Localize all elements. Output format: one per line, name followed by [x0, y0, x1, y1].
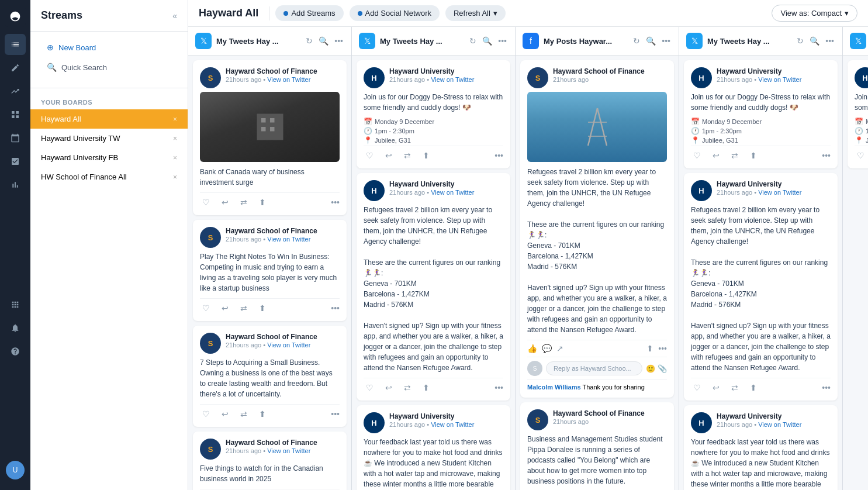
- svg-rect-4: [261, 127, 266, 132]
- retweet-button[interactable]: ⇄: [729, 382, 741, 394]
- more-button[interactable]: •••: [331, 409, 340, 419]
- attach-icon[interactable]: 📎: [658, 364, 667, 373]
- nav-tasks-icon[interactable]: [5, 151, 26, 172]
- refresh-stream-icon[interactable]: ↻: [305, 35, 314, 47]
- search-stream-icon[interactable]: 🔍: [317, 35, 330, 47]
- retweet-button[interactable]: ⇄: [238, 302, 250, 314]
- view-as-button[interactable]: View as: Compact ▾: [772, 5, 857, 22]
- nav-analytics-icon[interactable]: [5, 81, 26, 102]
- retweet-button[interactable]: ⇄: [238, 196, 250, 208]
- upload-button[interactable]: ⬆: [257, 196, 268, 208]
- reply-button[interactable]: ↩: [383, 150, 395, 161]
- more-button[interactable]: •••: [331, 198, 340, 207]
- heart-button[interactable]: ♡: [691, 150, 703, 161]
- view-on-twitter-link[interactable]: View on Twitter: [431, 189, 474, 196]
- heart-button[interactable]: ♡: [200, 302, 212, 314]
- more-stream-icon[interactable]: •••: [660, 35, 672, 47]
- quick-search-btn[interactable]: 🔍 Quick Search: [41, 58, 177, 76]
- heart-button[interactable]: ♡: [364, 382, 376, 394]
- upload-button[interactable]: ⬆: [257, 302, 268, 314]
- more-stream-icon[interactable]: •••: [497, 35, 508, 47]
- view-on-twitter-link[interactable]: View on Twitter: [431, 76, 474, 83]
- nav-help-icon[interactable]: [5, 341, 26, 362]
- more-button[interactable]: •••: [822, 151, 831, 160]
- search-stream-icon[interactable]: 🔍: [645, 35, 657, 47]
- nav-compose-icon[interactable]: [5, 57, 26, 78]
- view-on-twitter-link[interactable]: View on Twitter: [758, 421, 801, 428]
- view-on-twitter-link[interactable]: View on Twitter: [267, 447, 310, 454]
- search-stream-icon[interactable]: 🔍: [481, 35, 493, 47]
- reply-button[interactable]: ↩: [219, 196, 231, 208]
- emoji-icon[interactable]: 🙂: [646, 364, 655, 373]
- brand-icon: [5, 6, 26, 27]
- view-on-twitter-link[interactable]: View on Twitter: [267, 341, 310, 348]
- upload-button[interactable]: ⬆: [420, 150, 432, 161]
- view-on-twitter-link[interactable]: View on Twitter: [758, 76, 801, 83]
- sidebar-item-1[interactable]: Hayward All×: [30, 109, 188, 129]
- nav-apps-icon[interactable]: [5, 294, 26, 315]
- reply-button[interactable]: ↩: [710, 382, 722, 394]
- add-streams-button[interactable]: Add Streams: [275, 5, 343, 21]
- nav-notifications-icon[interactable]: [5, 318, 26, 339]
- share-button[interactable]: ↗: [556, 344, 563, 353]
- close-board-icon[interactable]: ×: [173, 173, 177, 181]
- view-on-twitter-link[interactable]: View on Twitter: [758, 189, 801, 196]
- sidebar-item-2[interactable]: Hayward University TW×: [30, 129, 188, 148]
- refresh-stream-icon[interactable]: ↻: [468, 35, 478, 47]
- reply-button[interactable]: ↩: [219, 408, 231, 420]
- post-avatar: S: [200, 67, 221, 88]
- upload-button[interactable]: ⬆: [748, 382, 759, 394]
- close-board-icon[interactable]: ×: [173, 154, 177, 162]
- nav-streams-icon[interactable]: [5, 34, 26, 55]
- quick-search-label: Quick Search: [61, 63, 107, 72]
- refresh-stream-icon[interactable]: ↻: [632, 35, 641, 47]
- view-on-twitter-link[interactable]: View on Twitter: [431, 421, 474, 428]
- upload-button[interactable]: ⬆: [420, 382, 432, 394]
- upload-button[interactable]: ⬆: [748, 150, 759, 161]
- heart-button[interactable]: ♡: [855, 150, 867, 161]
- search-stream-icon[interactable]: 🔍: [808, 35, 821, 47]
- post-avatar: H: [691, 412, 712, 433]
- save-button[interactable]: ⬆: [646, 344, 653, 353]
- more-button[interactable]: •••: [331, 303, 340, 313]
- sidebar-item-4[interactable]: HW School of Finance All×: [30, 167, 188, 187]
- view-on-twitter-link[interactable]: View on Twitter: [267, 236, 310, 243]
- heart-button[interactable]: ♡: [200, 196, 212, 208]
- more-button[interactable]: •••: [494, 383, 503, 392]
- upload-button[interactable]: ⬆: [257, 408, 268, 420]
- more-button[interactable]: •••: [494, 151, 503, 160]
- nav-calendar-icon[interactable]: [5, 127, 26, 149]
- heart-button[interactable]: ♡: [691, 382, 703, 394]
- user-avatar[interactable]: U: [6, 461, 25, 479]
- sidebar-item-3[interactable]: Hayward University FB×: [30, 148, 188, 167]
- more-stream-icon[interactable]: •••: [824, 35, 835, 47]
- stream-body: H Hayward University 21hours ago • View …: [352, 56, 515, 490]
- more-button[interactable]: •••: [658, 344, 667, 353]
- like-button[interactable]: 👍: [527, 344, 537, 353]
- refresh-button[interactable]: Refresh All ▾: [445, 5, 506, 21]
- new-board-btn[interactable]: ⊕ New Board: [41, 39, 177, 56]
- heart-button[interactable]: ♡: [364, 150, 376, 161]
- post-author: Hayward School of Finance: [226, 439, 340, 447]
- retweet-button[interactable]: ⇄: [729, 150, 741, 161]
- heart-button[interactable]: ♡: [200, 408, 212, 420]
- more-button[interactable]: •••: [822, 383, 831, 392]
- event-time: 🕐 1pm - 2:30pm: [691, 127, 831, 135]
- more-stream-icon[interactable]: •••: [333, 35, 344, 47]
- retweet-button[interactable]: ⇄: [402, 150, 413, 161]
- reply-input[interactable]: Reply as Hayward Schoo...: [546, 361, 642, 375]
- nav-chart-icon[interactable]: [5, 174, 26, 195]
- close-board-icon[interactable]: ×: [173, 134, 177, 143]
- refresh-stream-icon[interactable]: ↻: [796, 35, 805, 47]
- nav-grid-icon[interactable]: [5, 104, 26, 125]
- reply-button[interactable]: ↩: [710, 150, 722, 161]
- sidebar-collapse-btn[interactable]: «: [172, 11, 177, 20]
- view-on-twitter-link[interactable]: View on Twitter: [267, 76, 310, 83]
- add-social-network-button[interactable]: Add Social Network: [350, 5, 440, 21]
- retweet-button[interactable]: ⇄: [238, 408, 250, 420]
- close-board-icon[interactable]: ×: [173, 115, 177, 123]
- reply-button[interactable]: ↩: [219, 302, 231, 314]
- retweet-button[interactable]: ⇄: [402, 382, 413, 394]
- reply-button[interactable]: ↩: [383, 382, 395, 394]
- comment-button[interactable]: 💬: [542, 344, 552, 353]
